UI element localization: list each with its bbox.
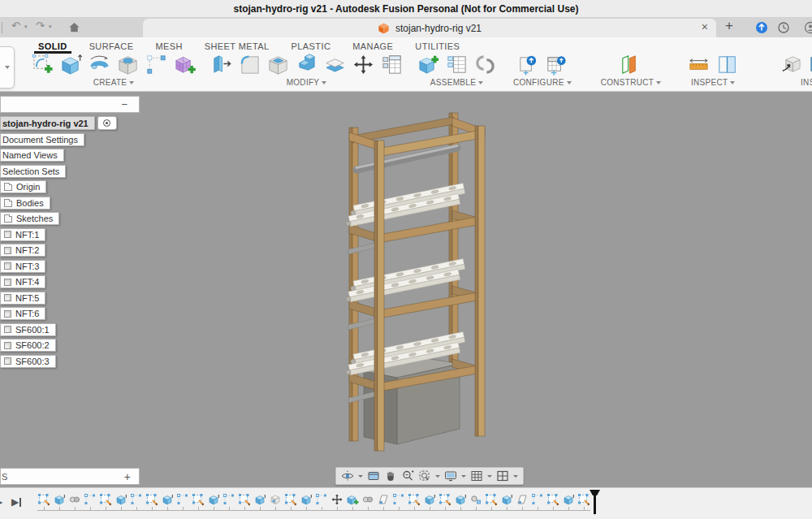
configure-icon[interactable]: [515, 51, 542, 78]
browser-add-button[interactable]: +: [124, 470, 131, 483]
play-button[interactable]: ▶: [0, 495, 2, 508]
fillet-icon[interactable]: [236, 51, 263, 78]
construction-plane-icon[interactable]: [617, 51, 644, 78]
change-parameters-icon[interactable]: [378, 51, 405, 78]
close-tab-icon[interactable]: ×: [702, 20, 708, 33]
ribbon-group-label-configure[interactable]: CONFIGURE: [513, 78, 572, 87]
derive-icon[interactable]: [778, 51, 805, 78]
fit-icon[interactable]: [417, 469, 432, 483]
timeline-feature-sketch-icon[interactable]: [284, 493, 297, 506]
timeline-feature-sketch-icon[interactable]: [37, 493, 50, 506]
timeline-feature-sketchpts-icon[interactable]: [130, 493, 143, 506]
hole-icon[interactable]: [114, 51, 141, 78]
undo-caret-icon[interactable]: ▾: [24, 24, 28, 30]
browser-footer[interactable]: S +: [0, 468, 140, 485]
ribbon-group-label-assemble[interactable]: ASSEMBLE: [430, 78, 483, 87]
timeline-feature-sketch-icon[interactable]: [485, 493, 498, 506]
timeline-feature-extrude-icon[interactable]: [300, 493, 313, 506]
tab-sheet-metal[interactable]: SHEET METAL: [205, 41, 270, 51]
dropdown-caret[interactable]: [513, 475, 518, 478]
viewport-canvas[interactable]: − stojan-hydro-rig v21Document SettingsN…: [0, 92, 812, 487]
joint-icon[interactable]: [443, 51, 470, 78]
timeline-feature-sketch-icon[interactable]: [238, 493, 251, 506]
browser-item-selection-sets[interactable]: Selection Sets: [0, 165, 66, 178]
shell-icon[interactable]: [265, 51, 292, 78]
section-analysis-icon[interactable]: [714, 51, 741, 78]
ribbon-group-label-modify[interactable]: MODIFY: [287, 78, 327, 87]
browser-item-sf600-3[interactable]: SF600:3: [0, 355, 56, 368]
dropdown-caret[interactable]: [435, 475, 440, 478]
timeline-feature-joint-icon[interactable]: [68, 493, 81, 506]
configuration-table-icon[interactable]: [543, 51, 570, 78]
timeline-feature-box-icon[interactable]: [269, 493, 282, 506]
account-icon[interactable]: [804, 21, 812, 34]
timeline-feature-extrude-icon[interactable]: [207, 493, 220, 506]
rectangular-pattern-icon[interactable]: [143, 51, 170, 78]
timeline-feature-extrude-icon[interactable]: [423, 493, 436, 506]
timeline-feature-plane-icon[interactable]: [377, 493, 390, 506]
timeline-feature-sketchpts-icon[interactable]: [84, 493, 97, 506]
browser-item-bodies[interactable]: Bodies: [0, 197, 50, 210]
browser-header[interactable]: −: [0, 96, 140, 113]
tab-manage[interactable]: MANAGE: [352, 41, 393, 51]
tab-mesh[interactable]: MESH: [155, 41, 182, 51]
browser-item-nft-2[interactable]: NFT:2: [0, 244, 45, 257]
visibility-radio[interactable]: [97, 116, 117, 130]
timeline-feature-extrude-icon[interactable]: [253, 493, 266, 506]
timeline-playhead[interactable]: [590, 490, 600, 514]
undo-button[interactable]: ↶: [11, 19, 20, 32]
timeline-feature-sketch-icon[interactable]: [145, 493, 158, 506]
measure-icon[interactable]: [685, 51, 712, 78]
extrude-icon[interactable]: [58, 51, 84, 78]
browser-item-nft-4[interactable]: NFT:4: [0, 275, 45, 288]
offset-face-icon[interactable]: [322, 51, 348, 78]
browser-item-sf600-1[interactable]: SF600:1: [0, 323, 56, 336]
browser-collapse-button[interactable]: −: [121, 98, 127, 110]
ribbon-group-label-insert[interactable]: INSERT: [801, 78, 812, 87]
browser-item-nft-5[interactable]: NFT:5: [0, 292, 45, 305]
browser-item-nft-3[interactable]: NFT:3: [0, 260, 45, 273]
as-built-joint-icon[interactable]: [472, 51, 499, 78]
viewports-icon[interactable]: [495, 469, 510, 483]
timeline-feature-sketch-icon[interactable]: [408, 493, 421, 506]
ribbon-group-label-construct[interactable]: CONSTRUCT: [601, 78, 661, 87]
orbit-icon[interactable]: [340, 469, 355, 483]
ribbon-group-label-create[interactable]: CREATE: [93, 78, 135, 87]
recent-clock-icon[interactable]: [777, 21, 790, 34]
browser-item-sf600-2[interactable]: SF600:2: [0, 339, 56, 352]
look-at-icon[interactable]: [366, 469, 381, 483]
dropdown-caret[interactable]: [358, 475, 363, 478]
timeline-feature-sketch-icon[interactable]: [99, 493, 112, 506]
redo-button[interactable]: ↷: [36, 19, 45, 32]
tab-plastic[interactable]: PLASTIC: [292, 41, 331, 51]
timeline-feature-extrude-icon[interactable]: [53, 493, 66, 506]
timeline-feature-move-icon[interactable]: [330, 493, 343, 506]
tab-solid[interactable]: SOLID: [38, 41, 67, 51]
press-pull-icon[interactable]: [208, 51, 235, 78]
create-sketch-icon[interactable]: [29, 51, 56, 78]
timeline-feature-sketchpts-icon[interactable]: [222, 493, 235, 506]
timeline-feature-combine-icon[interactable]: [346, 493, 359, 506]
browser-item-origin[interactable]: Origin: [0, 180, 46, 193]
timeline-feature-extrude-icon[interactable]: [161, 493, 174, 506]
zoom-icon[interactable]: [400, 469, 415, 483]
timeline-feature-sketch-icon[interactable]: [577, 493, 590, 506]
move-icon[interactable]: [350, 51, 377, 78]
profile-icon[interactable]: [755, 21, 768, 34]
redo-caret-icon[interactable]: ▾: [49, 24, 52, 30]
timeline-feature-sketch-icon[interactable]: [438, 493, 451, 506]
display-settings-icon[interactable]: [443, 469, 458, 483]
browser-item-nft-1[interactable]: NFT:1: [0, 228, 45, 241]
tab-utilities[interactable]: UTILITIES: [415, 41, 460, 51]
timeline-feature-extrude-icon[interactable]: [500, 493, 513, 506]
document-tab[interactable]: stojan-hydro-rig v21 ×: [143, 19, 716, 37]
browser-item-document-settings[interactable]: Document Settings: [0, 133, 84, 146]
timeline-feature-sketchpts-icon[interactable]: [315, 493, 328, 506]
combine-icon[interactable]: [293, 51, 320, 78]
canvas-icon[interactable]: [806, 51, 812, 78]
timeline-feature-sketch-icon[interactable]: [192, 493, 205, 506]
browser-item-named-views[interactable]: Named Views: [0, 149, 64, 162]
new-component-icon[interactable]: [415, 51, 442, 78]
toolbar-flyout[interactable]: [0, 46, 15, 89]
timeline-feature-extrude-icon[interactable]: [454, 493, 467, 506]
